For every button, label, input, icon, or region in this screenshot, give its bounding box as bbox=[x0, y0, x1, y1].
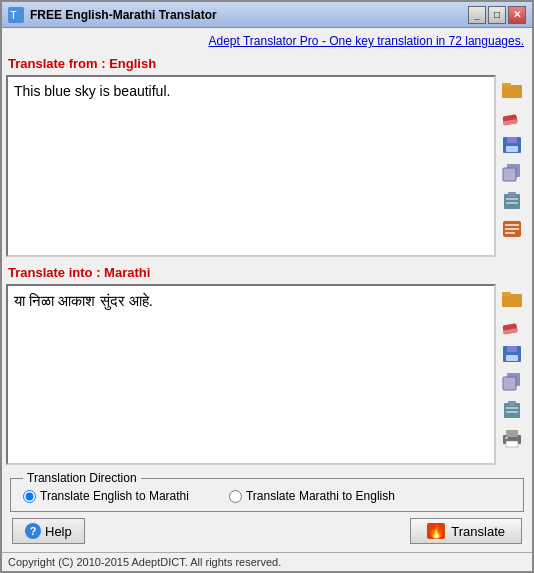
direction-radio-2[interactable] bbox=[229, 490, 242, 503]
direction-fieldset: Translation Direction Translate English … bbox=[10, 471, 524, 512]
source-text-input[interactable] bbox=[8, 77, 494, 255]
copyright-bar: Copyright (C) 2010-2015 AdeptDICT. All r… bbox=[2, 552, 532, 571]
svg-rect-35 bbox=[506, 441, 518, 447]
eraser-icon[interactable] bbox=[500, 105, 524, 129]
maximize-button[interactable]: □ bbox=[488, 6, 506, 24]
copy-icon-2[interactable] bbox=[500, 370, 524, 394]
copy-icon[interactable] bbox=[500, 161, 524, 185]
svg-rect-36 bbox=[505, 437, 508, 439]
translate-label: Translate bbox=[451, 524, 505, 539]
app-icon: T bbox=[8, 7, 24, 23]
svg-rect-3 bbox=[502, 85, 522, 98]
radio-options: Translate English to Marathi Translate M… bbox=[23, 489, 511, 503]
main-window: T FREE English-Marathi Translator _ □ ✕ … bbox=[0, 0, 534, 573]
open-folder-icon[interactable] bbox=[500, 77, 524, 101]
paste-icon[interactable] bbox=[500, 189, 524, 213]
direction-radio-1[interactable] bbox=[23, 490, 36, 503]
svg-rect-16 bbox=[505, 224, 519, 226]
save-icon-2[interactable] bbox=[500, 342, 524, 366]
svg-rect-7 bbox=[507, 137, 517, 143]
svg-text:T: T bbox=[10, 9, 17, 21]
minimize-button[interactable]: _ bbox=[468, 6, 486, 24]
direction-label-2: Translate Marathi to English bbox=[246, 489, 395, 503]
direction-section: Translation Direction Translate English … bbox=[6, 469, 528, 514]
help-label: Help bbox=[45, 524, 72, 539]
svg-rect-21 bbox=[502, 294, 522, 307]
svg-rect-8 bbox=[506, 146, 518, 152]
history-icon[interactable] bbox=[500, 217, 524, 241]
window-title: FREE English-Marathi Translator bbox=[30, 8, 468, 22]
direction-option-2[interactable]: Translate Marathi to English bbox=[229, 489, 395, 503]
promo-link[interactable]: Adept Translator Pro - One key translati… bbox=[208, 34, 524, 48]
svg-rect-28 bbox=[503, 377, 516, 390]
print-icon[interactable] bbox=[500, 426, 524, 450]
svg-rect-14 bbox=[506, 202, 518, 204]
svg-rect-25 bbox=[507, 346, 517, 352]
svg-rect-13 bbox=[506, 198, 518, 200]
source-language-label: Translate from : English bbox=[8, 54, 156, 73]
direction-legend: Translation Direction bbox=[23, 471, 141, 485]
help-button[interactable]: ? Help bbox=[12, 518, 85, 544]
svg-rect-12 bbox=[508, 192, 516, 197]
paste-icon-2[interactable] bbox=[500, 398, 524, 422]
direction-option-1[interactable]: Translate English to Marathi bbox=[23, 489, 189, 503]
eraser-icon-2[interactable] bbox=[500, 314, 524, 338]
copyright-text: Copyright (C) 2010-2015 AdeptDICT. All r… bbox=[8, 556, 281, 568]
close-button[interactable]: ✕ bbox=[508, 6, 526, 24]
window-controls: _ □ ✕ bbox=[468, 6, 526, 24]
svg-rect-34 bbox=[506, 430, 518, 437]
direction-label-1: Translate English to Marathi bbox=[40, 489, 189, 503]
target-text-output[interactable] bbox=[8, 286, 494, 464]
translate-flame-icon: 🔥 bbox=[427, 523, 445, 539]
save-icon[interactable] bbox=[500, 133, 524, 157]
svg-rect-18 bbox=[505, 232, 515, 234]
action-bar: ? Help 🔥 Translate bbox=[6, 514, 528, 548]
svg-rect-32 bbox=[506, 411, 518, 413]
svg-rect-17 bbox=[505, 228, 519, 230]
main-content: Adept Translator Pro - One key translati… bbox=[2, 28, 532, 552]
target-language-label: Translate into : Marathi bbox=[8, 263, 150, 282]
target-toolbar bbox=[496, 284, 528, 466]
open-folder-icon-2[interactable] bbox=[500, 286, 524, 310]
svg-rect-10 bbox=[503, 168, 516, 181]
svg-rect-31 bbox=[506, 407, 518, 409]
help-circle-icon: ? bbox=[25, 523, 41, 539]
svg-rect-26 bbox=[506, 355, 518, 361]
title-bar: T FREE English-Marathi Translator _ □ ✕ bbox=[2, 2, 532, 28]
svg-rect-30 bbox=[508, 401, 516, 406]
source-toolbar bbox=[496, 75, 528, 257]
promo-bar: Adept Translator Pro - One key translati… bbox=[6, 32, 528, 52]
translate-button[interactable]: 🔥 Translate bbox=[410, 518, 522, 544]
